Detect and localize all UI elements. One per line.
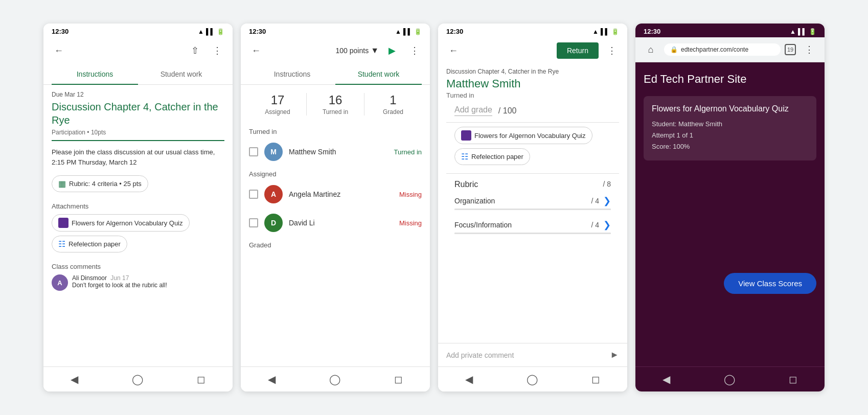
browser-bar: ⌂ 🔒 edtechpartner.com/conte 19 ⋮ <box>635 37 825 62</box>
screen1-instructions: 12:30 ▲ ▌▌ 🔋 ← ⇧ ⋮ Instructions Student … <box>43 24 233 391</box>
section-graded: Graded <box>241 237 430 251</box>
quiz-title: Flowers for Algernon Vocabulary Quiz <box>652 104 808 113</box>
attachment2-chip-3[interactable]: ☷ Refelection paper <box>454 148 530 165</box>
student-row-matthew[interactable]: M Matthew Smith Turned in <box>241 137 430 166</box>
back-nav-icon-3[interactable]: ◀ <box>465 373 473 385</box>
home-browser-icon[interactable]: ⌂ <box>642 40 660 59</box>
screen3-student-detail: 12:30 ▲ ▌▌ 🔋 ← Return ⋮ Discussion Chapt… <box>438 24 627 391</box>
top-bar-3: ← Return ⋮ <box>438 37 627 64</box>
attachment1-label-3: Flowers for Algernon Vocabulary Quiz <box>474 132 586 140</box>
back-nav-icon[interactable]: ◀ <box>71 373 78 385</box>
home-nav-icon-4[interactable]: ◯ <box>724 373 735 385</box>
signal-icon-4: ▌▌ <box>798 28 807 35</box>
battery-icon-4: 🔋 <box>809 28 816 35</box>
david-checkbox[interactable] <box>249 218 258 227</box>
recents-nav-icon-4[interactable]: ◻ <box>789 373 797 385</box>
status-icons-1: ▲ ▌▌ 🔋 <box>198 28 224 35</box>
signal-icon-3: ▌▌ <box>601 28 609 35</box>
recents-nav-icon-2[interactable]: ◻ <box>394 373 403 385</box>
rubric-label: Rubric: 4 criteria • 25 pts <box>69 180 142 188</box>
commenter-avatar: A <box>52 274 68 291</box>
back-button-1[interactable]: ← <box>50 41 68 60</box>
tab-count[interactable]: 19 <box>785 44 796 55</box>
url-text: edtechpartner.com/conte <box>681 46 748 53</box>
send-icon[interactable]: ► <box>610 350 619 360</box>
home-nav-icon-2[interactable]: ◯ <box>329 373 340 385</box>
tabs-2: Instructions Student work <box>241 64 430 85</box>
back-nav-icon-4[interactable]: ◀ <box>663 373 670 385</box>
tab-student-work-1[interactable]: Student work <box>138 64 224 84</box>
attachment2-label: Refelection paper <box>68 240 121 248</box>
add-grade-label: Add grade <box>454 105 492 116</box>
attachment2-chip[interactable]: ☷ Refelection paper <box>52 236 127 252</box>
signal-icon-2: ▌▌ <box>403 28 412 35</box>
stat-graded: 1 Graded <box>364 93 422 116</box>
status-bar-1: 12:30 ▲ ▌▌ 🔋 <box>43 24 233 37</box>
turned-in-label: Turned in <box>307 108 364 116</box>
status-bar-3: 12:30 ▲ ▌▌ 🔋 <box>438 24 627 37</box>
rubric-focus-top: Focus/Information / 4 ❯ <box>454 219 611 230</box>
home-nav-icon-3[interactable]: ◯ <box>527 373 538 385</box>
screen4-browser: 12:30 ▲ ▌▌ 🔋 ⌂ 🔒 edtechpartner.com/conte… <box>635 24 825 391</box>
back-button-3[interactable]: ← <box>444 41 463 60</box>
rubric-chip[interactable]: ▦ Rubric: 4 criteria • 25 pts <box>52 175 148 192</box>
status-icons-2: ▲ ▌▌ 🔋 <box>395 28 422 35</box>
points-dropdown-icon[interactable]: ▼ <box>371 46 379 55</box>
screen3-content: Discussion Chapter 4, Catcher in the Rye… <box>438 64 627 343</box>
david-avatar: D <box>264 214 283 232</box>
attachment1-icon <box>58 218 68 228</box>
screen1-content: Due Mar 12 Discussion Chapter 4, Catcher… <box>43 85 233 366</box>
angela-checkbox[interactable] <box>249 190 258 199</box>
stat-assigned: 17 Assigned <box>249 93 307 116</box>
comments-label: Class comments <box>52 263 224 270</box>
assignment-meta: Participation • 10pts <box>52 129 224 136</box>
student-row-david[interactable]: D David Li Missing <box>241 209 430 237</box>
rubric-org-top: Organization / 4 ❯ <box>454 195 611 206</box>
more-button-1[interactable]: ⋮ <box>208 41 226 60</box>
points-label: 100 points <box>336 47 369 55</box>
org-bar <box>454 209 611 210</box>
comment-body: Don't forget to look at the rubric all! <box>72 282 167 289</box>
rubric-org-row: Organization / 4 ❯ <box>454 195 611 214</box>
more-button-4[interactable]: ⋮ <box>800 40 818 59</box>
share-button-1[interactable]: ⇧ <box>186 41 204 60</box>
wifi-icon-2: ▲ <box>395 28 401 35</box>
stats-row: 17 Assigned 16 Turned in 1 Graded <box>241 85 430 124</box>
tab-student-work-2[interactable]: Student work <box>335 64 422 84</box>
rubric-title: Rubric <box>454 180 478 189</box>
comment-row: A Ali Dinsmoor Jun 17 Don't forget to lo… <box>52 274 224 291</box>
tab-instructions-2[interactable]: Instructions <box>249 64 335 84</box>
matthew-checkbox[interactable] <box>249 147 258 156</box>
tab-instructions-1[interactable]: Instructions <box>52 64 138 84</box>
grade-row: Add grade / 100 <box>446 99 619 123</box>
url-bar[interactable]: 🔒 edtechpartner.com/conte <box>664 43 781 56</box>
drive-button[interactable]: ▶ <box>383 41 401 60</box>
home-nav-icon[interactable]: ◯ <box>132 373 143 385</box>
recents-nav-icon[interactable]: ◻ <box>197 373 205 385</box>
rubric-section: Rubric / 8 Organization / 4 ❯ Focus/In <box>446 173 619 249</box>
private-comment-placeholder: Add private comment <box>446 351 610 359</box>
grade-max-label: / 100 <box>498 106 517 116</box>
turned-in-status: Turned in <box>446 91 619 99</box>
status-icons-4: ▲ ▌▌ 🔋 <box>790 28 816 35</box>
angela-avatar: A <box>264 185 283 203</box>
student-row-angela[interactable]: A Angela Martinez Missing <box>241 180 430 209</box>
more-button-3[interactable]: ⋮ <box>603 41 621 60</box>
attachment1-chip[interactable]: Flowers for Algernon Vocabulary Quiz <box>52 214 190 232</box>
focus-chevron[interactable]: ❯ <box>603 219 611 230</box>
return-button[interactable]: Return <box>557 42 599 59</box>
attachment2-icon: ☷ <box>58 239 65 249</box>
due-date: Due Mar 12 <box>52 91 224 98</box>
view-class-scores-button[interactable]: View Class Scores <box>724 273 816 294</box>
back-nav-icon-2[interactable]: ◀ <box>268 373 276 385</box>
back-button-2[interactable]: ← <box>247 41 265 60</box>
turned-in-count: 16 <box>307 93 364 107</box>
org-chevron[interactable]: ❯ <box>603 195 611 206</box>
org-pts: / 4 <box>591 197 599 205</box>
status-time-3: 12:30 <box>446 28 463 35</box>
recents-nav-icon-3[interactable]: ◻ <box>591 373 600 385</box>
attachment1-chip-3[interactable]: Flowers for Algernon Vocabulary Quiz <box>454 127 592 144</box>
more-button-2[interactable]: ⋮ <box>405 41 424 60</box>
status-icons-3: ▲ ▌▌ 🔋 <box>592 28 619 35</box>
david-status: Missing <box>399 219 422 227</box>
